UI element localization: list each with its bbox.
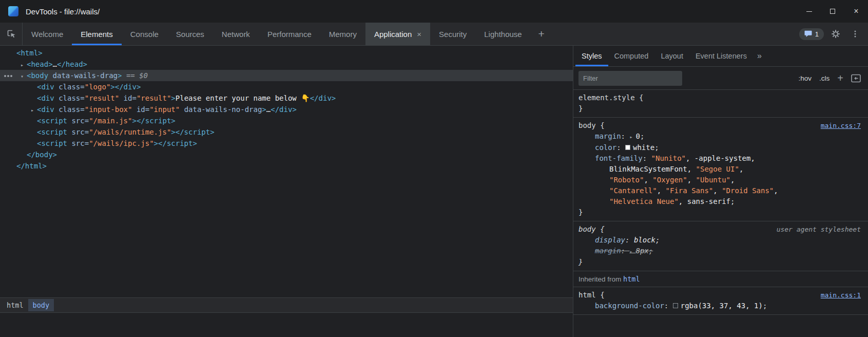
style-rule-body-main-css-7: body {main.css:7margin: ▸ 0;color: white… xyxy=(573,118,868,221)
tab-console[interactable]: Console xyxy=(122,23,167,45)
tab-performance[interactable]: Performance xyxy=(259,23,320,45)
css-declaration-margin[interactable]: margin: ▸ 0; xyxy=(578,131,861,142)
settings-button[interactable] xyxy=(828,26,843,42)
close-brace: } xyxy=(578,257,861,268)
minimize-button[interactable] xyxy=(797,0,821,23)
rule-selector[interactable]: element.style xyxy=(578,92,635,103)
semicolon: ; xyxy=(730,197,735,205)
semicolon: ; xyxy=(649,247,653,255)
css-declaration-margin[interactable]: margin: ▸ 8px; xyxy=(578,246,861,257)
code-token-tag: </html> xyxy=(16,162,47,170)
rule-selector[interactable]: body xyxy=(578,224,596,235)
code-token-attr: data-wails-no-drag xyxy=(180,105,262,114)
dom-tree-row[interactable]: <div class="result" id="result">Please e… xyxy=(0,92,573,104)
css-value-continuation: "Cantarell", "Fira Sans", "Droid Sans", xyxy=(578,185,861,196)
tab-sources[interactable]: Sources xyxy=(167,23,213,45)
breadcrumb-html[interactable]: html xyxy=(2,299,28,311)
expand-shorthand-icon[interactable]: ▸ xyxy=(629,134,635,140)
tab-lighthouse[interactable]: Lighthouse xyxy=(475,23,530,45)
css-property-name: display xyxy=(595,236,625,244)
colon: : xyxy=(616,143,625,152)
close-icon: × xyxy=(854,7,858,16)
tab-memory[interactable]: Memory xyxy=(320,23,365,45)
breadcrumb-body[interactable]: body xyxy=(28,299,54,311)
style-rule-html-main-css-1: html {main.css:1background-color: rgba(3… xyxy=(573,287,868,315)
maximize-button[interactable] xyxy=(821,0,844,23)
issues-counter-button[interactable]: 1 xyxy=(799,28,824,40)
dom-tree-row[interactable]: <script src="/wails/runtime.js"></script… xyxy=(0,126,573,138)
toggle-element-classes-button[interactable]: .cls xyxy=(819,74,830,82)
inherited-node-link[interactable]: html xyxy=(623,275,640,283)
dom-tree: <html>▸<head>…</head>▾<body data-wails-d… xyxy=(0,46,573,297)
tab-welcome[interactable]: Welcome xyxy=(23,23,72,45)
expand-shorthand-icon[interactable]: ▸ xyxy=(629,249,635,254)
new-style-rule-button[interactable]: + xyxy=(837,73,843,83)
add-tab-button[interactable]: + xyxy=(531,23,552,45)
dom-tree-row[interactable]: <div class="logo"></div> xyxy=(0,81,573,92)
dom-tree-row[interactable]: <script src="/wails/ipc.js"></script> xyxy=(0,138,573,149)
row-options-icon[interactable] xyxy=(4,75,6,77)
code-token-tag: <script xyxy=(37,128,67,136)
toggle-sidebar-button[interactable] xyxy=(851,74,861,83)
css-value-part: "Ubuntu" xyxy=(696,176,730,184)
css-declaration-display[interactable]: display: block; xyxy=(578,235,861,246)
panel-footer-space xyxy=(0,313,573,337)
styles-filter-input[interactable] xyxy=(578,71,682,86)
inspect-element-button[interactable] xyxy=(0,23,23,45)
css-property-name: margin xyxy=(595,132,621,140)
tab-security[interactable]: Security xyxy=(430,23,475,45)
dom-tree-row[interactable]: </body> xyxy=(0,149,573,160)
more-options-button[interactable] xyxy=(847,26,863,42)
tab-network[interactable]: Network xyxy=(213,23,259,45)
rule-selector-line: body {user agent stylesheet xyxy=(578,224,861,235)
color-swatch[interactable] xyxy=(625,145,630,150)
color-swatch[interactable] xyxy=(673,303,678,308)
sidebar-tab-event-listeners[interactable]: Event Listeners xyxy=(689,46,753,66)
dom-tree-row[interactable]: ▸<head>…</head> xyxy=(0,59,573,70)
chevron-expanded-icon[interactable]: ▾ xyxy=(17,71,27,82)
code-token-tag: <head> xyxy=(27,60,53,68)
dom-tree-row[interactable]: <script src="/main.js"></script> xyxy=(0,115,573,126)
overflow-tabs-icon[interactable]: » xyxy=(753,46,766,66)
semicolon: ; xyxy=(655,236,660,244)
open-brace: { xyxy=(596,120,605,131)
code-token-punc: = xyxy=(132,94,136,102)
toggle-pseudo-state-button[interactable]: :hov xyxy=(799,74,812,82)
tab-label: Application xyxy=(374,30,412,39)
rule-selector[interactable]: body xyxy=(578,120,596,131)
sidebar-tab-layout[interactable]: Layout xyxy=(654,46,689,66)
chevron-collapsed-icon[interactable]: ▸ xyxy=(28,105,37,116)
css-value-part: , xyxy=(730,176,735,184)
css-declaration-font-family[interactable]: font-family: "Nunito", -apple-system, xyxy=(578,153,861,164)
chevron-collapsed-icon[interactable]: ▸ xyxy=(17,60,27,71)
tab-elements[interactable]: Elements xyxy=(72,23,122,45)
rule-source[interactable]: main.css:1 xyxy=(821,290,861,301)
css-value-part: , -apple-system, xyxy=(686,154,755,162)
dom-tree-row[interactable]: </html> xyxy=(0,160,573,172)
sidebar-tab-styles[interactable]: Styles xyxy=(575,46,608,66)
rule-source[interactable]: main.css:7 xyxy=(821,120,861,131)
inspect-cursor-icon xyxy=(6,29,16,39)
sidebar-tab-computed[interactable]: Computed xyxy=(608,46,655,66)
close-button[interactable]: × xyxy=(844,0,868,23)
css-value-part: , xyxy=(657,186,666,195)
tab-application[interactable]: Application× xyxy=(365,23,430,45)
code-token-punc: = xyxy=(145,105,149,114)
dom-tree-row[interactable]: ▸<div class="input-box" id="input" data-… xyxy=(0,104,573,115)
css-declaration-background-color[interactable]: background-color: rgba(33, 37, 43, 1); xyxy=(578,301,861,311)
dom-tree-row[interactable]: ▾<body data-wails-drag> == $0 xyxy=(0,70,573,81)
code-token-punc: = xyxy=(85,128,89,136)
css-value-part: 8px xyxy=(635,247,648,255)
title-bar: DevTools - file://wails/ × xyxy=(0,0,868,23)
code-token-tag: > xyxy=(171,94,175,102)
close-tab-icon[interactable]: × xyxy=(417,30,421,39)
code-token-punc: = xyxy=(85,117,89,125)
close-brace: } xyxy=(578,103,861,114)
rule-selector[interactable]: html xyxy=(578,290,596,301)
code-token-tag: > xyxy=(132,117,136,125)
css-value-part: "Fira Sans" xyxy=(666,186,713,195)
dom-tree-row[interactable]: <html> xyxy=(0,47,573,59)
css-declaration-color[interactable]: color: white; xyxy=(578,142,861,153)
rule-selector-line: html {main.css:1 xyxy=(578,290,861,301)
minimize-icon xyxy=(806,11,812,12)
